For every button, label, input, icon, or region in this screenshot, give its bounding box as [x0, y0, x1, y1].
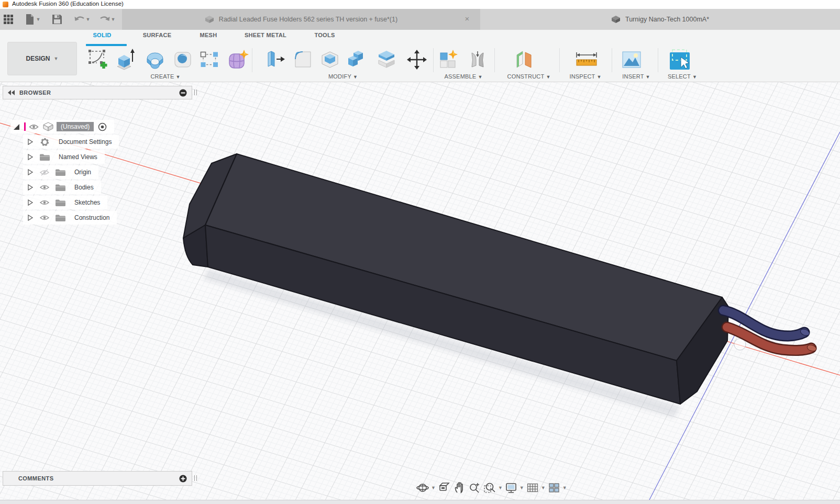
insert-image-button[interactable]: [619, 47, 644, 72]
viewports-button[interactable]: [547, 480, 561, 495]
caret-down-icon: ▼: [546, 74, 550, 80]
group-label-assemble[interactable]: ASSEMBLE▼: [444, 73, 482, 80]
browser-root-row[interactable]: (Unsaved): [10, 120, 114, 133]
select-button[interactable]: [667, 47, 692, 72]
zoom-window-caret[interactable]: ▼: [498, 486, 503, 490]
new-component-icon: [438, 49, 460, 70]
shell-button[interactable]: [317, 47, 342, 72]
move-copy-button[interactable]: [404, 47, 429, 72]
new-component-button[interactable]: [436, 47, 461, 72]
construct-plane-button[interactable]: [512, 47, 537, 72]
title-bar: Autodesk Fusion 360 (Education License): [0, 0, 840, 9]
ribbon-tab-sheet-metal[interactable]: SHEET METAL: [245, 32, 286, 38]
grid-and-snaps-caret[interactable]: ▼: [541, 486, 546, 490]
comments-panel-grip[interactable]: [194, 475, 197, 481]
visibility-eye-icon[interactable]: [39, 184, 50, 191]
visibility-eye-icon[interactable]: [29, 124, 39, 130]
select-icon: [668, 48, 691, 71]
browser-panel-header[interactable]: BROWSER: [3, 86, 192, 99]
pan-button[interactable]: [452, 480, 466, 495]
viewport-canvas[interactable]: BROWSER (Unsaved): [0, 82, 840, 500]
viewports-caret[interactable]: ▼: [562, 486, 567, 490]
group-label-modify[interactable]: MODIFY▼: [328, 73, 358, 80]
extrude-button[interactable]: [113, 47, 138, 72]
view-navigation-toolbar: ▼: [416, 480, 567, 495]
expander-icon[interactable]: [27, 138, 34, 145]
save-button[interactable]: [50, 9, 64, 30]
display-settings-caret[interactable]: ▼: [520, 486, 524, 490]
undo-caret[interactable]: ▼: [84, 9, 92, 30]
create-sketch-button[interactable]: [85, 47, 110, 72]
document-tab-fuse-holders[interactable]: Radial Leaded Fuse Holders 562 series TH…: [122, 9, 480, 30]
app-grid-menu-button[interactable]: [2, 9, 15, 30]
expander-icon[interactable]: [27, 169, 34, 176]
display-settings-button[interactable]: [504, 480, 518, 495]
folder-icon: [55, 199, 66, 207]
expander-icon[interactable]: [27, 214, 34, 221]
create-form-button[interactable]: [226, 47, 251, 72]
orbit-caret[interactable]: ▼: [431, 486, 436, 490]
rectangular-pattern-button[interactable]: [197, 47, 222, 72]
close-tab-icon[interactable]: ×: [462, 14, 472, 25]
joint-button[interactable]: [465, 47, 490, 72]
document-tab-turnigy-battery[interactable]: Turnigy Nano-Tech 1000mA*: [480, 9, 840, 30]
browser-item-origin[interactable]: Origin: [23, 165, 98, 179]
root-document-label[interactable]: (Unsaved): [57, 122, 94, 131]
browser-item-bodies[interactable]: Bodies: [23, 181, 101, 194]
gear-icon: [40, 137, 50, 147]
group-label-inspect[interactable]: INSPECT▼: [569, 73, 601, 80]
browser-item-sketches[interactable]: Sketches: [23, 196, 107, 209]
activate-component-radio-icon[interactable]: [98, 122, 107, 131]
minimize-panel-icon[interactable]: [179, 89, 187, 97]
move-icon: [407, 50, 427, 70]
grid-and-snaps-button[interactable]: [526, 480, 539, 495]
expander-icon[interactable]: [27, 153, 34, 161]
hole-button[interactable]: [171, 47, 196, 72]
folder-icon: [55, 169, 66, 176]
measure-button[interactable]: [574, 47, 599, 72]
redo-caret[interactable]: ▼: [109, 9, 117, 30]
revolve-button[interactable]: [142, 47, 168, 72]
expanded-triangle-icon[interactable]: [13, 123, 20, 131]
battery-body[interactable]: [183, 154, 728, 404]
redo-icon: [99, 15, 110, 24]
combine-icon: [345, 50, 366, 70]
ribbon-tab-tools[interactable]: TOOLS: [314, 32, 335, 38]
workspace-selector-button[interactable]: DESIGN ▼: [7, 42, 77, 75]
browser-panel-grip[interactable]: [194, 89, 197, 95]
ribbon-tab-surface[interactable]: SURFACE: [143, 32, 172, 38]
add-comment-icon[interactable]: [179, 475, 187, 483]
group-separator: [252, 48, 252, 72]
visibility-eye-icon[interactable]: [39, 214, 50, 221]
visibility-eye-icon[interactable]: [39, 199, 50, 206]
ribbon-tab-solid[interactable]: SOLID: [93, 32, 111, 38]
group-label-insert[interactable]: INSERT▼: [622, 73, 650, 80]
expander-icon[interactable]: [27, 184, 34, 191]
document-cube-icon: [611, 15, 621, 24]
group-separator: [494, 48, 495, 72]
zoom-window-button[interactable]: [483, 480, 496, 495]
press-pull-button[interactable]: [262, 47, 288, 72]
browser-item-document-settings[interactable]: Document Settings: [23, 135, 119, 149]
zoom-button[interactable]: [468, 480, 481, 495]
fusion-app-icon: [3, 2, 8, 7]
visibility-off-icon[interactable]: [39, 169, 50, 176]
active-tab-underline: [86, 44, 127, 46]
file-icon: [25, 14, 35, 25]
orbit-button[interactable]: [416, 480, 429, 495]
file-menu-caret[interactable]: ▼: [35, 9, 42, 30]
combine-button[interactable]: [343, 47, 368, 72]
browser-item-construction[interactable]: Construction: [23, 211, 117, 225]
expander-icon[interactable]: [27, 199, 34, 206]
look-at-button[interactable]: [437, 480, 451, 495]
browser-item-named-views[interactable]: Named Views: [23, 150, 105, 164]
group-label-create[interactable]: CREATE▼: [150, 73, 180, 80]
split-body-button[interactable]: [374, 47, 399, 72]
group-label-select[interactable]: SELECT▼: [668, 73, 697, 80]
ribbon-tab-mesh[interactable]: MESH: [200, 32, 217, 38]
collapse-panel-icon[interactable]: [8, 90, 15, 95]
comments-panel-header[interactable]: COMMENTS: [3, 471, 192, 486]
fillet-button[interactable]: [291, 47, 316, 72]
group-separator: [433, 48, 434, 72]
group-label-construct[interactable]: CONSTRUCT▼: [507, 73, 551, 80]
